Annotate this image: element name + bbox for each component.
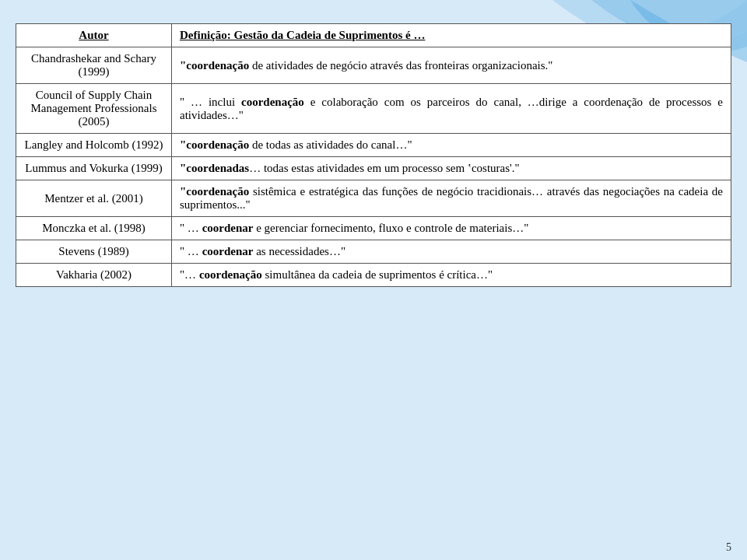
- autor-cell: Council of Supply Chain Management Profe…: [16, 84, 172, 134]
- table-row: Stevens (1989) " … coordenar as necessid…: [16, 240, 731, 264]
- definition-cell: " … inclui coordenação e colaboração com…: [172, 84, 731, 134]
- definition-cell: " … coordenar e gerenciar fornecimento, …: [172, 217, 731, 240]
- autor-cell: Stevens (1989): [16, 240, 172, 264]
- table-row: Mentzer et al. (2001) "coordenação sistê…: [16, 180, 731, 217]
- definition-cell: "coordenadas… todas estas atividades em …: [172, 157, 731, 180]
- definition-cell: " … coordenar as necessidades…": [172, 240, 731, 264]
- table-row: Chandrashekar and Schary (1999) "coorden…: [16, 47, 731, 84]
- autor-cell: Mentzer et al. (2001): [16, 180, 172, 217]
- header-autor: Autor: [16, 24, 172, 47]
- main-table: Autor Definição: Gestão da Cadeia de Sup…: [16, 23, 731, 287]
- table-row: Monczka et al. (1998) " … coordenar e ge…: [16, 217, 731, 240]
- autor-cell: Chandrashekar and Schary (1999): [16, 47, 172, 84]
- definition-cell: "coordenação sistêmica e estratégica das…: [172, 180, 731, 217]
- definition-cell: "… coordenação simultânea da cadeia de s…: [172, 264, 731, 287]
- table-container: Autor Definição: Gestão da Cadeia de Sup…: [16, 23, 731, 537]
- table-row: Lummus and Vokurka (1999) "coordenadas… …: [16, 157, 731, 180]
- table-row: Vakharia (2002) "… coordenação simultâne…: [16, 264, 731, 287]
- header-definition: Definição: Gestão da Cadeia de Supriment…: [172, 24, 731, 47]
- table-row: Langley and Holcomb (1992) "coordenação …: [16, 134, 731, 157]
- definition-cell: "coordenação de atividades de negócio at…: [172, 47, 731, 84]
- autor-cell: Langley and Holcomb (1992): [16, 134, 172, 157]
- autor-cell: Vakharia (2002): [16, 264, 172, 287]
- page-number: 5: [726, 541, 731, 554]
- definition-cell: "coordenação de todas as atividades do c…: [172, 134, 731, 157]
- autor-cell: Monczka et al. (1998): [16, 217, 172, 240]
- table-row: Council of Supply Chain Management Profe…: [16, 84, 731, 134]
- autor-cell: Lummus and Vokurka (1999): [16, 157, 172, 180]
